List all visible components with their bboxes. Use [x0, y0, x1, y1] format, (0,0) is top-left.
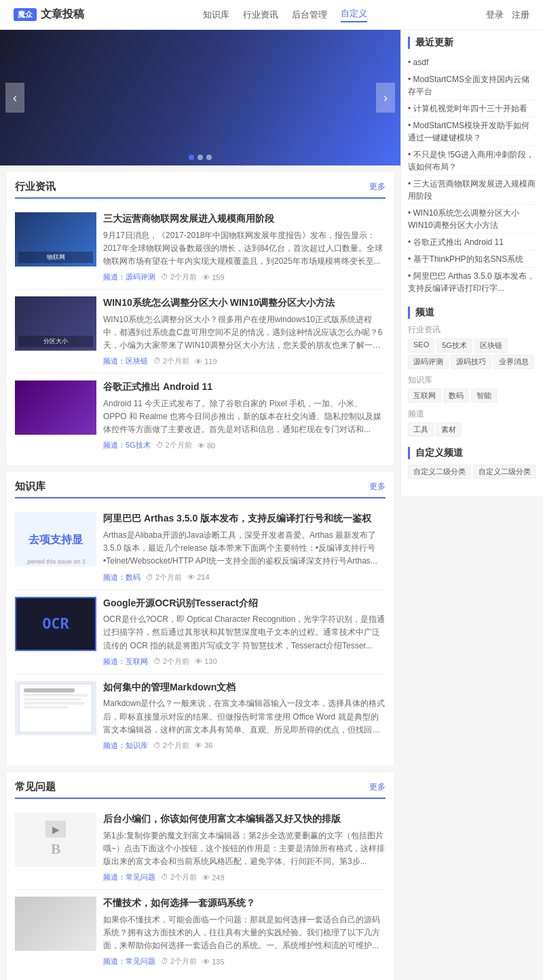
sidebar-recent-section: 最近更新 • asdf • ModStartCMS全面支持国内云储存平台 • 计… — [408, 37, 536, 296]
table-row: 不懂技术，如何选择一套源码系统？ 如果你不懂技术，可能会面临一个问题：那就是如何… — [15, 890, 386, 973]
nav-item-industry[interactable]: 行业资讯 — [243, 9, 278, 21]
channel-tag[interactable]: SEO — [408, 338, 434, 353]
article-views: 👁 130 — [195, 657, 217, 665]
article-views: 👁 80 — [198, 442, 215, 450]
channel-tag[interactable]: 5G技术 — [436, 338, 472, 353]
faq-header: 常见问题 更多 — [15, 781, 386, 799]
nav-item-knowledge[interactable]: 知识库 — [203, 9, 229, 21]
industry-news-more[interactable]: 更多 — [369, 181, 386, 193]
article-info: 如何集中的管理Markdown文档 Markdown是什么？一般来说，在富文本编… — [103, 681, 386, 751]
register-link[interactable]: 注册 — [512, 9, 529, 21]
logo-badge: 魔众 — [14, 8, 37, 21]
faq-more[interactable]: 更多 — [369, 781, 386, 793]
channel-group-industry: 行业资讯 SEO 5G技术 区块链 源码评测 源码技巧 业界消息 — [408, 324, 536, 369]
list-item[interactable]: • ModStartCMS模块开发助手如何通过一键建键模块？ — [408, 117, 536, 146]
article-title-link[interactable]: 不懂技术，如何选择一套源码系统？ — [103, 897, 255, 908]
list-item[interactable]: • WIN10系统怎么调整分区大小 WIN10调整分区大小方法 — [408, 205, 536, 234]
knowledge-base-section: 知识库 更多 去项支持显 .pened this issue on 3 阿里巴巴… — [7, 472, 394, 765]
channel-tag[interactable]: 源码技巧 — [451, 355, 491, 369]
channel-tag[interactable]: 智能 — [471, 389, 497, 403]
dot-1[interactable] — [189, 155, 194, 160]
article-channel: 频道：源码评测 — [103, 272, 155, 282]
carousel-next-button[interactable]: › — [376, 83, 395, 113]
channel-tag[interactable]: 业界消息 — [493, 355, 534, 369]
dot-3[interactable] — [206, 155, 212, 160]
main-content: ‹ › 行业资讯 更多 物联网 — [0, 30, 400, 980]
article-info: 阿里巴巴 Arthas 3.5.0 版本发布，支持反编译打行号和统一鉴权 Art… — [103, 512, 386, 582]
main-nav: 知识库 行业资讯 后台管理 自定义 — [203, 7, 367, 22]
login-link[interactable]: 登录 — [486, 9, 504, 21]
article-title: 后台小编们，你该如何使用富文本编辑器又好又快的排版 — [103, 812, 386, 826]
custom-channel-tag[interactable]: 自定义二级分类 — [473, 465, 536, 479]
nav-item-custom[interactable]: 自定义 — [341, 7, 367, 22]
article-channel: 频道：常见问题 — [103, 956, 155, 966]
channel-tag[interactable]: 工具 — [408, 423, 434, 437]
list-item[interactable]: • asdf — [408, 54, 536, 71]
article-thumbnail: 物联网 — [15, 212, 96, 267]
article-time: ⏱ 2个月前 — [146, 572, 182, 583]
article-title-link[interactable]: 三大运营商物联网发展进入规模商用阶段 — [103, 213, 274, 224]
industry-news-section: 行业资讯 更多 物联网 三大运营商物联网发展进入规模商用阶段 9月17日消息，《… — [7, 172, 394, 465]
carousel-dots — [189, 155, 212, 160]
table-row: ▶ B 后台小编们，你该如何使用富文本编辑器又好又快的排版 第1步:复制你要的魔… — [15, 806, 386, 890]
article-title-link[interactable]: 后台小编们，你该如何使用富文本编辑器又好又快的排版 — [103, 813, 341, 824]
article-title-link[interactable]: 阿里巴巴 Arthas 3.5.0 版本发布，支持反编译打行号和统一鉴权 — [103, 513, 371, 524]
article-thumbnail: 去项支持显 .pened this issue on 3 — [15, 512, 96, 566]
article-thumbnail — [15, 897, 96, 951]
custom-channel-tag[interactable]: 自定义二级分类 — [408, 465, 471, 479]
channel-tag[interactable]: 互联网 — [408, 389, 441, 403]
channel-tags: SEO 5G技术 区块链 源码评测 源码技巧 业界消息 — [408, 338, 536, 369]
article-info: 谷歌正式推出 Android 11 Android 11 今天正式发布了。除了谷… — [103, 380, 386, 450]
article-title-link[interactable]: Google开源OCR识别Tesseract介绍 — [103, 597, 258, 608]
article-thumbnail: 分区大小 — [15, 296, 96, 351]
sidebar-recent-title: 最近更新 — [408, 37, 536, 49]
article-desc: WIN10系统怎么调整分区大小？很多用户在使用windows10正式版系统进程中… — [103, 313, 386, 353]
list-item[interactable]: • 谷歌正式推出 Android 11 — [408, 234, 536, 251]
article-title-link[interactable]: 如何集中的管理Markdown文档 — [103, 682, 236, 692]
carousel-inner — [0, 30, 400, 165]
table-row: 去项支持显 .pened this issue on 3 阿里巴巴 Arthas… — [15, 505, 386, 589]
list-item[interactable]: • ModStartCMS全面支持国内云储存平台 — [408, 71, 536, 100]
article-channel: 频道：区块链 — [103, 356, 148, 366]
carousel-prev-button[interactable]: ‹ — [5, 83, 24, 113]
article-thumbnail: OCR — [15, 597, 96, 651]
channel-tag[interactable]: 数码 — [443, 389, 469, 403]
article-title: 如何集中的管理Markdown文档 — [103, 681, 386, 694]
channel-group-label: 知识库 — [408, 374, 536, 386]
dot-2[interactable] — [198, 155, 203, 160]
knowledge-base-more[interactable]: 更多 — [369, 481, 386, 492]
channel-group-label: 频道 — [408, 408, 536, 420]
article-title: 不懂技术，如何选择一套源码系统？ — [103, 897, 386, 910]
channel-group-label: 行业资讯 — [408, 324, 536, 336]
article-info: 不懂技术，如何选择一套源码系统？ 如果你不懂技术，可能会面临一个问题：那就是如何… — [103, 897, 386, 966]
nav-item-admin[interactable]: 后台管理 — [292, 9, 327, 21]
article-meta: 频道：互联网 ⏱ 2个月前 👁 130 — [103, 656, 386, 667]
list-item[interactable]: • 阿里巴巴 Arthas 3.5.0 版本发布，支持反编译评语打印行字... — [408, 268, 536, 296]
article-title-link[interactable]: 谷歌正式推出 Android 11 — [103, 381, 212, 392]
article-title: 三大运营商物联网发展进入规模商用阶段 — [103, 212, 386, 226]
article-thumbnail — [15, 380, 96, 435]
article-time: ⏱ 2个月前 — [156, 440, 192, 450]
article-meta: 频道：常见问题 ⏱ 2个月前 👁 135 — [103, 956, 386, 966]
channel-tag[interactable]: 区块链 — [474, 338, 508, 353]
article-meta: 频道：区块链 ⏱ 2个月前 👁 119 — [103, 356, 386, 366]
table-row: OCR Google开源OCR识别Tesseract介绍 OCR是什么?OCR，… — [15, 590, 386, 674]
list-item[interactable]: • 三大运营商物联网发展进入规模商用阶段 — [408, 176, 536, 205]
industry-news-header: 行业资讯 更多 — [15, 180, 386, 199]
article-desc: 第1步:复制你要的魔文到富文本编辑器；第2步全选览要删赢的文字（包括图片哦~）点… — [103, 829, 386, 869]
list-item[interactable]: • 不只是快 !5G进入商用冲刺阶段，该如何布局？ — [408, 146, 536, 176]
article-desc: Arthas是Alibaba开源的Java诊断工具，深受开发者喜爱。Arthas… — [103, 529, 386, 568]
knowledge-base-header: 知识库 更多 — [15, 480, 386, 498]
list-item[interactable]: • 基于ThinkPHP的知名SNS系统 — [408, 251, 536, 268]
sidebar-recent-list: • asdf • ModStartCMS全面支持国内云储存平台 • 计算机视觉时… — [408, 54, 536, 296]
channel-tag[interactable]: 源码评测 — [408, 355, 449, 369]
list-item[interactable]: • 计算机视觉时年四十三十开始看 — [408, 100, 536, 117]
article-title-link[interactable]: WIN10系统怎么调整分区大小 WIN10调整分区大小方法 — [103, 297, 335, 308]
channel-tags: 互联网 数码 智能 — [408, 389, 536, 403]
article-views: 👁 159 — [202, 273, 224, 281]
article-channel: 频道：互联网 — [103, 656, 148, 667]
article-time: ⏱ 2个月前 — [153, 656, 189, 667]
channel-tag[interactable]: 素材 — [436, 423, 462, 437]
article-channel: 频道：常见问题 — [103, 872, 155, 882]
article-time: ⏱ 2个月前 — [161, 872, 197, 882]
